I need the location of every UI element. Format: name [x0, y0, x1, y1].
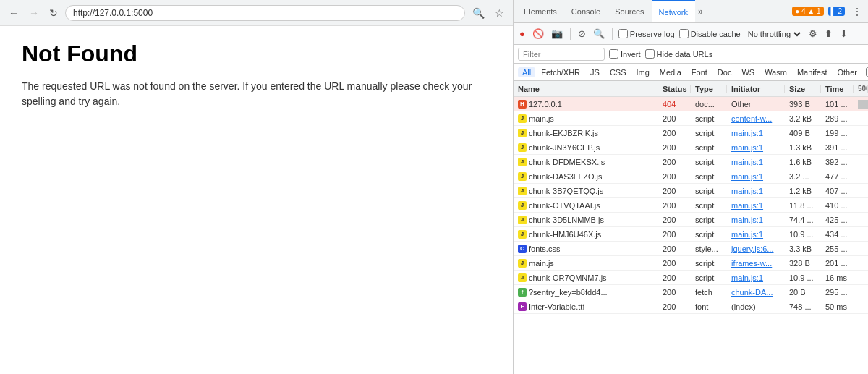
tab-network[interactable]: Network: [652, 0, 695, 22]
forward-button[interactable]: →: [26, 6, 42, 20]
hide-data-urls-checkbox[interactable]: [645, 49, 655, 59]
initiator-link[interactable]: chunk-DA...: [731, 288, 773, 297]
waterfall-bar: [858, 201, 864, 210]
initiator-link[interactable]: main.js:1: [731, 273, 763, 282]
filter-type-js[interactable]: JS: [586, 67, 604, 77]
invert-checkbox[interactable]: [609, 49, 618, 59]
filter-type-img[interactable]: Img: [632, 67, 654, 77]
waterfall-bar: [858, 273, 864, 282]
initiator-link[interactable]: main.js:1: [731, 230, 763, 239]
initiator-link[interactable]: main.js:1: [731, 216, 763, 224]
table-row[interactable]: J chunk-DFDMEKSX.js 200 script main.js:1…: [514, 155, 868, 169]
initiator-link[interactable]: main.js:1: [731, 143, 763, 152]
th-size[interactable]: Size: [785, 85, 821, 93]
file-icon: J: [518, 259, 527, 268]
file-icon: J: [518, 114, 527, 123]
initiator-link[interactable]: main.js:1: [731, 201, 763, 210]
filter-type-font[interactable]: Font: [687, 67, 712, 77]
table-row[interactable]: J main.js 200 script content-w... 3.2 kB…: [514, 111, 868, 126]
waterfall-bar: [858, 259, 864, 268]
initiator-link[interactable]: main.js:1: [731, 129, 763, 137]
table-row[interactable]: J chunk-JN3Y6CEP.js 200 script main.js:1…: [514, 140, 868, 155]
td-name: F Inter-Variable.ttf: [514, 302, 658, 311]
table-row[interactable]: J chunk-HMJ6U46X.js 200 script main.js:1…: [514, 227, 868, 242]
initiator-link[interactable]: main.js:1: [731, 158, 763, 166]
initiator-link[interactable]: iframes-w...: [731, 259, 772, 268]
screenshot-button[interactable]: 📷: [550, 27, 564, 41]
table-row[interactable]: J chunk-3D5LNMMB.js 200 script main.js:1…: [514, 213, 868, 227]
td-status: 200: [658, 273, 691, 282]
filter-type-manifest[interactable]: Manifest: [793, 67, 832, 77]
table-row[interactable]: J chunk-EKJBZRlK.js 200 script main.js:1…: [514, 126, 868, 140]
filter-input[interactable]: [518, 48, 605, 61]
search-icon[interactable]: 🔍: [592, 27, 606, 41]
td-waterfall: [854, 299, 868, 313]
td-type: script: [691, 143, 727, 152]
url-bar[interactable]: http://127.0.0.1:5000: [65, 5, 465, 21]
th-type[interactable]: Type: [691, 85, 727, 93]
filter-type-css[interactable]: CSS: [605, 67, 631, 77]
td-time: 434 ...: [821, 230, 854, 239]
back-button[interactable]: ←: [6, 6, 22, 20]
table-row[interactable]: J chunk-3B7QETQQ.js 200 script main.js:1…: [514, 184, 868, 198]
invert-label[interactable]: Invert: [609, 49, 641, 59]
waterfall-bar: [858, 230, 864, 239]
table-row[interactable]: H 127.0.0.1 404 doc... Other 393 B 101 .…: [514, 97, 868, 111]
hide-data-urls-label[interactable]: Hide data URLs: [645, 49, 713, 59]
table-row[interactable]: f ?sentry_key=b8fdd4... 200 fetch chunk-…: [514, 285, 868, 299]
filter-type-wasm[interactable]: Wasm: [760, 67, 791, 77]
th-status[interactable]: Status: [658, 85, 691, 93]
td-waterfall: [854, 126, 868, 140]
refresh-button[interactable]: ↻: [46, 6, 61, 20]
filter-type-other[interactable]: Other: [833, 67, 861, 77]
clear-button[interactable]: 🚫: [531, 27, 545, 41]
tab-sources[interactable]: Sources: [608, 0, 651, 22]
initiator-link[interactable]: jquery.js:6...: [731, 245, 774, 253]
td-status: 200: [658, 158, 691, 166]
search-icon[interactable]: 🔍: [469, 6, 488, 20]
td-status: 200: [658, 201, 691, 210]
th-name[interactable]: Name: [514, 85, 658, 93]
settings-icon[interactable]: ⚙: [807, 27, 819, 41]
bookmark-icon[interactable]: ☆: [492, 6, 507, 20]
import-icon[interactable]: ⬆: [823, 27, 834, 41]
export-icon[interactable]: ⬇: [838, 27, 849, 41]
th-initiator[interactable]: Initiator: [727, 85, 785, 93]
filter-type-media[interactable]: Media: [655, 67, 686, 77]
td-waterfall: [854, 285, 868, 299]
table-row[interactable]: J chunk-OTVQTAAI.js 200 script main.js:1…: [514, 198, 868, 213]
filter-type-fetch[interactable]: Fetch/XHR: [537, 67, 584, 77]
td-initiator: main.js:1: [727, 230, 785, 239]
td-time: 199 ...: [821, 129, 854, 137]
filter-type-all[interactable]: All: [518, 67, 535, 77]
table-row[interactable]: J main.js 200 script iframes-w... 328 B …: [514, 256, 868, 271]
table-row[interactable]: J chunk-DAS3FFZO.js 200 script main.js:1…: [514, 169, 868, 184]
disable-cache-checkbox[interactable]: [679, 29, 689, 38]
filter-type-ws[interactable]: WS: [737, 67, 759, 77]
td-initiator: Other: [727, 100, 785, 109]
tab-elements[interactable]: Elements: [516, 0, 564, 22]
badge-orange: ● 4 ▲ 1: [792, 7, 823, 16]
network-table: Name Status Type Initiator Size Time 500…: [514, 81, 868, 374]
th-time[interactable]: Time: [821, 85, 854, 93]
filter-icon[interactable]: ⊘: [576, 27, 587, 41]
record-button[interactable]: ●: [518, 27, 527, 41]
td-type: script: [691, 114, 727, 123]
table-row[interactable]: F Inter-Variable.ttf 200 font (index) 74…: [514, 299, 868, 314]
preserve-log-label[interactable]: Preserve log: [618, 29, 675, 38]
throttle-select[interactable]: No throttling: [745, 29, 803, 39]
th-waterfall[interactable]: 500 ms 1000 ms 1500 ms 2000 ms 2500 ms: [854, 85, 868, 93]
initiator-link[interactable]: main.js:1: [731, 172, 763, 181]
preserve-log-checkbox[interactable]: [618, 29, 628, 38]
initiator-link[interactable]: content-w...: [731, 114, 772, 123]
filter-type-doc[interactable]: Doc: [713, 67, 736, 77]
disable-cache-label[interactable]: Disable cache: [679, 29, 741, 38]
page-description: The requested URL was not found on the s…: [22, 79, 491, 109]
tab-more[interactable]: »: [698, 7, 703, 17]
table-row[interactable]: C fonts.css 200 style... jquery.js:6... …: [514, 242, 868, 256]
devtools-more-icon[interactable]: ⋮: [849, 4, 865, 19]
table-row[interactable]: J chunk-OR7QMNM7.js 200 script main.js:1…: [514, 271, 868, 285]
tab-console[interactable]: Console: [564, 0, 608, 22]
initiator-link[interactable]: main.js:1: [731, 187, 763, 195]
td-name: J chunk-3D5LNMMB.js: [514, 216, 658, 224]
